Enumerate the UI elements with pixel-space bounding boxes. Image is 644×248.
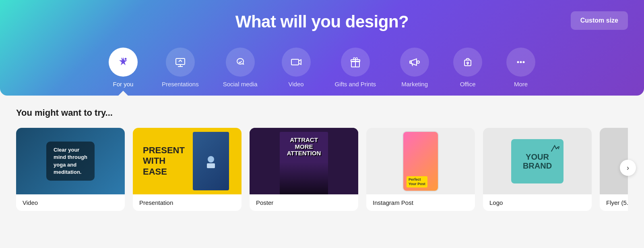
svg-point-0 [124,58,126,60]
thumb-logo-card: YOURBRAND [511,139,564,183]
thumb-video: Clear yourmind throughyoga andmeditation… [16,128,125,194]
social-media-icon [226,48,255,77]
svg-rect-17 [207,163,215,168]
card-label-instagram: Instagram Post [366,194,475,211]
custom-size-button[interactable]: Custom size [571,11,628,30]
card-image-instagram: PerfectYour Post [366,128,475,194]
more-icon [506,48,535,77]
thumb-instagram: PerfectYour Post [366,128,475,194]
svg-point-9 [417,61,419,63]
main-content: You might want to try... Clear yourmind … [0,96,644,219]
scroll-right-button[interactable]: › [620,160,636,176]
nav-item-office[interactable]: Office [441,44,494,96]
nav-categories: For you Presentations Social media [16,44,628,96]
presentations-icon [166,48,195,77]
nav-item-presentations[interactable]: Presentations [150,44,211,96]
card-image-presentation: PRESENTWITHEASE [133,128,242,194]
card-presentation[interactable]: PRESENTWITHEASE Presentation [133,128,242,211]
nav-label-office: Office [460,81,476,88]
card-image-poster: ATTRACTMOREATTENTION [250,128,358,194]
card-instagram[interactable]: PerfectYour Post Instagram Post [366,128,475,211]
card-label-flyer: Flyer (5. [600,194,628,211]
nav-label-for-you: For you [113,81,133,88]
card-poster[interactable]: ATTRACTMOREATTENTION Poster [250,128,358,211]
svg-point-15 [523,61,525,63]
svg-point-16 [208,156,214,163]
svg-rect-1 [176,58,185,65]
thumb-pres-text: PRESENTWITHEASE [139,141,189,181]
thumb-insta-content: PerfectYour Post [403,132,438,191]
card-video[interactable]: Clear yourmind throughyoga andmeditation… [16,128,125,211]
section-title: You might want to try... [16,108,628,118]
card-logo[interactable]: YOURBRAND Logo [483,128,592,211]
thumb-insta-phone: PerfectYour Post [402,131,439,192]
nav-item-video[interactable]: Video [270,44,323,96]
thumb-video-text: Clear yourmind throughyoga andmeditation… [46,142,95,181]
card-label-poster: Poster [250,194,358,211]
banner-title: What will you design? [16,12,628,31]
nav-item-gifts-prints[interactable]: Gifts and Prints [323,44,388,96]
card-label-video: Video [16,194,125,211]
nav-item-marketing[interactable]: Marketing [388,44,441,96]
nav-label-video: Video [288,81,303,88]
nav-label-social-media: Social media [223,81,258,88]
nav-item-for-you[interactable]: For you [97,44,150,96]
svg-point-14 [520,61,522,63]
thumb-logo-text: YOURBRAND [523,152,552,170]
card-image-logo: YOURBRAND [483,128,592,194]
chevron-right-icon: › [627,164,629,172]
for-you-icon [109,48,138,77]
nav-label-more: More [514,81,528,88]
nav-label-presentations: Presentations [162,81,199,88]
svg-rect-4 [291,59,299,65]
thumb-logo: YOURBRAND [483,128,592,194]
office-icon [453,48,482,77]
marketing-icon [400,48,429,77]
cards-row: Clear yourmind throughyoga andmeditation… [16,128,628,211]
cards-wrapper: Clear yourmind throughyoga andmeditation… [16,128,628,211]
card-label-presentation: Presentation [133,194,242,211]
video-icon [282,48,311,77]
nav-label-marketing: Marketing [401,81,428,88]
gifts-prints-icon [341,48,370,77]
svg-point-11 [467,62,469,64]
nav-item-social-media[interactable]: Social media [211,44,270,96]
nav-label-gifts-prints: Gifts and Prints [335,81,376,88]
thumb-presentation: PRESENTWITHEASE [133,128,242,194]
thumb-poster: ATTRACTMOREATTENTION [250,128,358,194]
banner: What will you design? Custom size For yo… [0,0,644,96]
thumb-insta-label: PerfectYour Post [407,176,427,188]
card-label-logo: Logo [483,194,592,211]
card-image-video: Clear yourmind throughyoga andmeditation… [16,128,125,194]
svg-point-13 [517,61,519,63]
nav-item-more[interactable]: More [494,44,547,96]
